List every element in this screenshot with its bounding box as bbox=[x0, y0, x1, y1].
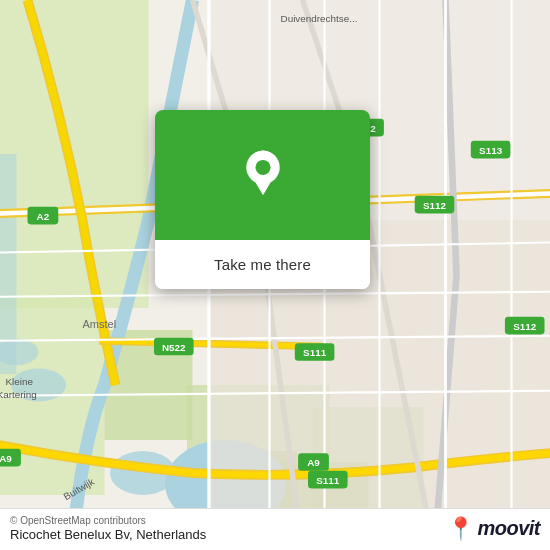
copyright-text: © OpenStreetMap contributors bbox=[10, 515, 206, 526]
bottom-left: © OpenStreetMap contributors Ricochet Be… bbox=[10, 515, 206, 542]
moovit-logo: 📍 moovit bbox=[447, 517, 540, 540]
moovit-logo-text: moovit bbox=[477, 517, 540, 540]
map-container: Amstel Kleine Kartering Duivendrechtse..… bbox=[0, 0, 550, 550]
moovit-pin-icon: 📍 bbox=[447, 518, 474, 540]
svg-text:A9: A9 bbox=[0, 453, 12, 464]
svg-rect-1 bbox=[0, 0, 149, 308]
svg-text:Duivendrechtse...: Duivendrechtse... bbox=[281, 13, 358, 24]
location-pin-icon bbox=[237, 149, 289, 201]
svg-text:Kartering: Kartering bbox=[0, 389, 37, 400]
svg-text:Kleine: Kleine bbox=[5, 376, 33, 387]
svg-text:S111: S111 bbox=[303, 347, 327, 358]
bottom-bar: © OpenStreetMap contributors Ricochet Be… bbox=[0, 508, 550, 550]
svg-text:S111: S111 bbox=[316, 475, 340, 486]
place-name: Ricochet Benelux Bv, Netherlands bbox=[10, 527, 206, 542]
svg-point-53 bbox=[255, 160, 270, 175]
svg-text:S112: S112 bbox=[423, 200, 447, 211]
svg-text:S112: S112 bbox=[513, 321, 537, 332]
svg-text:N522: N522 bbox=[162, 342, 186, 353]
svg-text:Amstel: Amstel bbox=[83, 318, 117, 330]
take-me-there-button[interactable]: Take me there bbox=[155, 240, 370, 289]
popup-card: Take me there bbox=[155, 110, 370, 289]
popup-green-area bbox=[155, 110, 370, 240]
svg-text:A9: A9 bbox=[307, 457, 320, 468]
svg-text:S113: S113 bbox=[479, 145, 503, 156]
svg-text:A2: A2 bbox=[37, 211, 50, 222]
